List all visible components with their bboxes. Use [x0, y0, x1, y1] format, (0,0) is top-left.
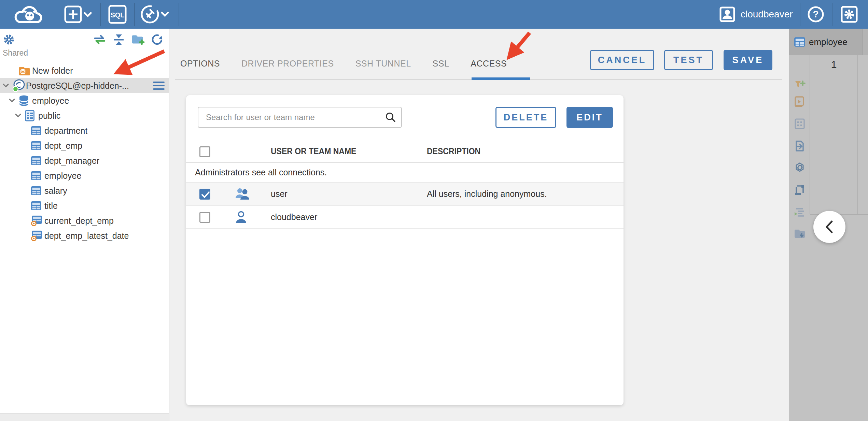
table-icon [31, 201, 44, 210]
tree-item-label: dept_manager [44, 156, 99, 166]
header-divider [800, 3, 800, 26]
tree-item-view[interactable]: current_dept_emp [0, 213, 169, 228]
folder-database-icon [18, 66, 32, 76]
export-data-button[interactable] [794, 140, 806, 152]
plus-icon [64, 5, 93, 23]
tree-item-schema-public[interactable]: public [0, 108, 169, 123]
tree-item-label: PostgreSQL@ep-hidden-... [26, 81, 129, 91]
svg-text:?: ? [813, 9, 818, 19]
database-icon [18, 95, 32, 106]
tab-driver-properties[interactable]: DRIVER PROPERTIES [241, 59, 334, 69]
collapse-panel-button[interactable] [813, 211, 845, 243]
refresh-icon [151, 33, 164, 46]
tree-item-database-employee[interactable]: employee [0, 93, 169, 108]
tree-section-label: Shared [3, 48, 28, 58]
help-button[interactable]: ? [807, 0, 824, 29]
script-button[interactable] [794, 96, 806, 108]
connection-menu-icon[interactable] [153, 82, 165, 90]
view-icon [31, 230, 44, 241]
collapse-all-button[interactable] [112, 33, 126, 46]
postgresql-icon [12, 79, 26, 92]
chevron-down-icon[interactable] [9, 99, 18, 103]
access-row-user[interactable]: user All users, including anonymous. [186, 183, 624, 206]
cancel-button[interactable]: CANCEL [590, 50, 654, 70]
view-icon [31, 215, 44, 226]
openai-button[interactable] [794, 162, 806, 174]
tree-item-table[interactable]: salary [0, 183, 169, 198]
tree-item-postgres-connection[interactable]: PostgreSQL@ep-hidden-... [0, 78, 169, 93]
table-icon [31, 141, 44, 150]
execution-plan-button[interactable] [794, 206, 806, 218]
link-arrows-icon [93, 33, 107, 46]
grid-column-divider [857, 55, 858, 214]
select-all-checkbox[interactable] [199, 146, 210, 157]
folder-plus-icon [131, 33, 145, 46]
row-checkbox[interactable] [199, 212, 210, 223]
header-divider [134, 3, 135, 26]
tree-toolbar [0, 32, 169, 47]
cloudbeaver-logo[interactable] [10, 0, 48, 29]
connection-wizard-button[interactable] [140, 0, 171, 29]
new-folder-button[interactable] [131, 33, 145, 46]
editor-tab-employee[interactable]: employee [789, 29, 863, 55]
save-button[interactable]: SAVE [724, 50, 772, 70]
tree-item-table[interactable]: dept_manager [0, 153, 169, 168]
column-header-description: DESCRIPTION [427, 146, 480, 156]
search-icon [385, 112, 396, 125]
grid-view-button[interactable] [794, 118, 806, 130]
gear-icon [841, 6, 858, 23]
avatar-icon [719, 6, 735, 22]
tree-item-view[interactable]: dept_emp_latest_date [0, 228, 169, 243]
refresh-button[interactable] [150, 33, 164, 46]
search-field [198, 107, 402, 128]
value-panel-button[interactable] [794, 184, 806, 196]
user-name: cloudbeaver [741, 9, 793, 20]
active-tab-indicator [472, 77, 530, 80]
gear-icon [2, 33, 15, 46]
table-icon [794, 37, 806, 47]
tree-settings-button[interactable] [2, 33, 16, 46]
grid-row-number: 1 [810, 59, 857, 70]
chevron-down-icon[interactable] [3, 84, 12, 88]
edit-button[interactable]: EDIT [566, 107, 613, 128]
access-row-cloudbeaver[interactable]: cloudbeaver [186, 206, 624, 229]
sql-editor-button[interactable]: SQL [108, 0, 127, 29]
driver-icon [140, 4, 171, 24]
schema-icon [25, 110, 38, 121]
access-panel: DELETE EDIT USER OR TEAM NAME DESCRIPTIO… [186, 95, 624, 405]
tree-item-table[interactable]: department [0, 123, 169, 138]
add-filter-button[interactable] [794, 78, 806, 91]
tab-ssl[interactable]: SSL [433, 59, 449, 69]
row-checkbox[interactable] [199, 189, 210, 200]
tree-scrollbar-track[interactable] [0, 413, 169, 421]
tree-item-table[interactable]: title [0, 198, 169, 213]
save-results-button[interactable] [794, 228, 806, 240]
header-divider [832, 3, 832, 26]
tree-item-label: dept_emp [44, 141, 82, 151]
tree-item-new-folder[interactable]: New folder [0, 63, 169, 78]
table-icon [31, 126, 44, 135]
tree-item-label: employee [32, 96, 69, 106]
navigation-tree-panel: Shared New folder [0, 29, 169, 421]
sync-connections-button[interactable] [93, 33, 107, 46]
sql-icon: SQL [108, 5, 127, 24]
tab-access[interactable]: ACCESS [471, 59, 507, 69]
header-divider [100, 3, 101, 26]
tree-item-table[interactable]: dept_emp [0, 138, 169, 153]
new-connection-button[interactable] [64, 0, 93, 29]
tree-item-table[interactable]: employee [0, 168, 169, 183]
test-button[interactable]: TEST [664, 50, 713, 70]
search-input[interactable] [198, 107, 402, 128]
cloudbeaver-logo-icon [10, 3, 48, 26]
tree-item-label: public [38, 111, 60, 121]
tab-options[interactable]: OPTIONS [180, 59, 220, 69]
delete-button[interactable]: DELETE [495, 107, 556, 128]
user-menu[interactable]: cloudbeaver [719, 0, 793, 29]
tree-item-label: title [44, 201, 58, 211]
settings-button[interactable] [841, 0, 858, 29]
row-name: cloudbeaver [271, 212, 317, 222]
cloudbeaver-app: SQL cloudbeaver ? [0, 0, 868, 421]
table-icon [31, 186, 44, 195]
chevron-down-icon[interactable] [15, 114, 25, 118]
tab-ssh-tunnel[interactable]: SSH TUNNEL [355, 59, 411, 69]
